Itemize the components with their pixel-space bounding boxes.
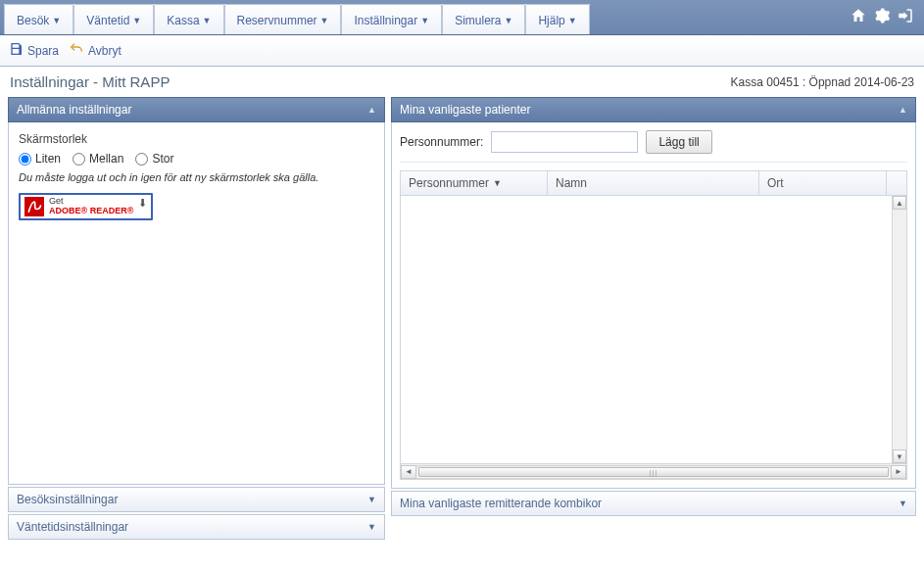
menu-label: Väntetid	[86, 14, 129, 27]
patients-header[interactable]: Mina vanligaste patienter ▲	[391, 97, 916, 122]
general-settings-header[interactable]: Allmänna inställningar ▲	[8, 97, 385, 122]
wait-settings-header[interactable]: Väntetidsinställningar ▼	[8, 514, 385, 540]
scroll-left-icon[interactable]: ◄	[401, 465, 416, 479]
expand-down-icon: ▼	[367, 495, 376, 504]
personnummer-input[interactable]	[491, 131, 638, 153]
home-icon[interactable]	[850, 7, 867, 27]
right-column: Mina vanligaste patienter ▲ Personnummer…	[391, 97, 916, 540]
menu-label: Inställningar	[354, 14, 417, 27]
radio-small[interactable]: Liten	[19, 152, 61, 166]
chevron-down-icon: ▼	[504, 16, 512, 25]
menu-simulera[interactable]: Simulera▼	[442, 4, 525, 34]
col-personnummer[interactable]: Personnummer ▼	[401, 171, 548, 195]
expand-down-icon: ▼	[367, 522, 376, 532]
panel-title: Besöksinställningar	[17, 493, 118, 506]
panel-title: Väntetidsinställningar	[17, 520, 128, 534]
horizontal-scrollbar[interactable]: ◄ ►	[400, 464, 907, 480]
chevron-down-icon: ▼	[568, 16, 577, 25]
screensize-radios: Liten Mellan Stor	[19, 152, 374, 166]
menu-label: Simulera	[455, 14, 501, 27]
col-namn[interactable]: Namn	[548, 171, 759, 195]
patients-table-header: Personnummer ▼ Namn Ort	[400, 170, 907, 196]
cancel-label: Avbryt	[88, 44, 122, 58]
save-label: Spara	[27, 44, 59, 58]
top-menu-bar: Besök▼ Väntetid▼ Kassa▼ Reservnummer▼ In…	[0, 0, 924, 35]
page-header: Inställningar - Mitt RAPP Kassa 00451 : …	[0, 67, 924, 97]
menu-installningar[interactable]: Inställningar▼	[341, 4, 442, 34]
menu-label: Kassa	[167, 14, 199, 27]
panel-title: Mina vanligaste remitterande kombikor	[400, 497, 602, 510]
collapse-up-icon: ▲	[899, 105, 907, 115]
radio-large-input[interactable]	[135, 153, 148, 166]
chevron-down-icon: ▼	[132, 16, 141, 25]
save-icon	[8, 41, 24, 60]
chevron-down-icon: ▼	[320, 16, 329, 25]
collapse-up-icon: ▲	[367, 105, 376, 115]
radio-small-input[interactable]	[19, 153, 31, 166]
menu-label: Hjälp	[538, 14, 564, 27]
expand-down-icon: ▼	[899, 499, 907, 508]
add-patient-row: Personnummer: Lägg till	[400, 130, 907, 163]
menu-reservnummer[interactable]: Reservnummer▼	[224, 4, 342, 34]
menu-label: Besök	[17, 14, 49, 27]
menu-kassa[interactable]: Kassa▼	[154, 4, 223, 34]
referrers-header[interactable]: Mina vanligaste remitterande kombikor ▼	[391, 491, 916, 516]
panel-title: Mina vanligaste patienter	[400, 103, 530, 117]
radio-medium-input[interactable]	[73, 153, 85, 166]
undo-icon	[69, 41, 84, 60]
col-extra	[887, 171, 906, 195]
visit-settings-header[interactable]: Besöksinställningar ▼	[8, 487, 385, 512]
radio-medium[interactable]: Mellan	[73, 152, 123, 166]
left-column: Allmänna inställningar ▲ Skärmstorlek Li…	[8, 97, 385, 540]
menu-label: Reservnummer	[237, 14, 317, 27]
screensize-label: Skärmstorlek	[19, 132, 374, 146]
chevron-down-icon: ▼	[420, 16, 429, 25]
scroll-thumb[interactable]	[418, 467, 889, 477]
scroll-right-icon[interactable]: ►	[891, 465, 906, 479]
col-ort[interactable]: Ort	[759, 171, 887, 195]
sort-desc-icon: ▼	[493, 178, 502, 188]
adobe-reader-icon	[24, 197, 44, 216]
cancel-button[interactable]: Avbryt	[69, 41, 122, 60]
radio-large[interactable]: Stor	[135, 152, 173, 166]
page-title: Inställningar - Mitt RAPP	[10, 73, 170, 90]
scroll-track[interactable]	[416, 465, 891, 479]
vertical-scrollbar[interactable]: ▲ ▼	[892, 196, 906, 463]
save-button[interactable]: Spara	[8, 41, 59, 60]
adobe-text: Get ADOBE® READER®	[49, 197, 133, 216]
patients-body: Personnummer: Lägg till Personnummer ▼ N…	[391, 122, 916, 489]
download-icon: ⬇	[138, 197, 147, 210]
logout-icon[interactable]	[897, 7, 914, 27]
chevron-down-icon: ▼	[52, 16, 61, 25]
gear-icon[interactable]	[873, 7, 891, 27]
menu-hjalp[interactable]: Hjälp▼	[525, 4, 589, 34]
action-toolbar: Spara Avbryt	[0, 35, 924, 67]
general-settings-body: Skärmstorlek Liten Mellan Stor Du måste …	[8, 122, 385, 485]
screensize-hint: Du måste logga ut och in igen för att ny…	[19, 171, 374, 183]
main-menu: Besök▼ Väntetid▼ Kassa▼ Reservnummer▼ In…	[4, 4, 590, 34]
scroll-up-icon[interactable]: ▲	[893, 196, 906, 210]
personnummer-label: Personnummer:	[400, 135, 483, 149]
kassa-status: Kassa 00451 : Öppnad 2014-06-23	[731, 75, 914, 89]
get-adobe-reader-button[interactable]: Get ADOBE® READER® ⬇	[19, 193, 153, 220]
patients-table-body: ▲ ▼	[400, 196, 907, 464]
settings-layout: Allmänna inställningar ▲ Skärmstorlek Li…	[0, 97, 924, 547]
add-button[interactable]: Lägg till	[646, 130, 711, 154]
menu-besok[interactable]: Besök▼	[4, 4, 73, 34]
scroll-down-icon[interactable]: ▼	[893, 450, 906, 463]
chevron-down-icon: ▼	[203, 16, 212, 25]
topbar-actions	[850, 0, 924, 34]
menu-vantetid[interactable]: Väntetid▼	[73, 4, 154, 34]
panel-title: Allmänna inställningar	[17, 103, 131, 117]
